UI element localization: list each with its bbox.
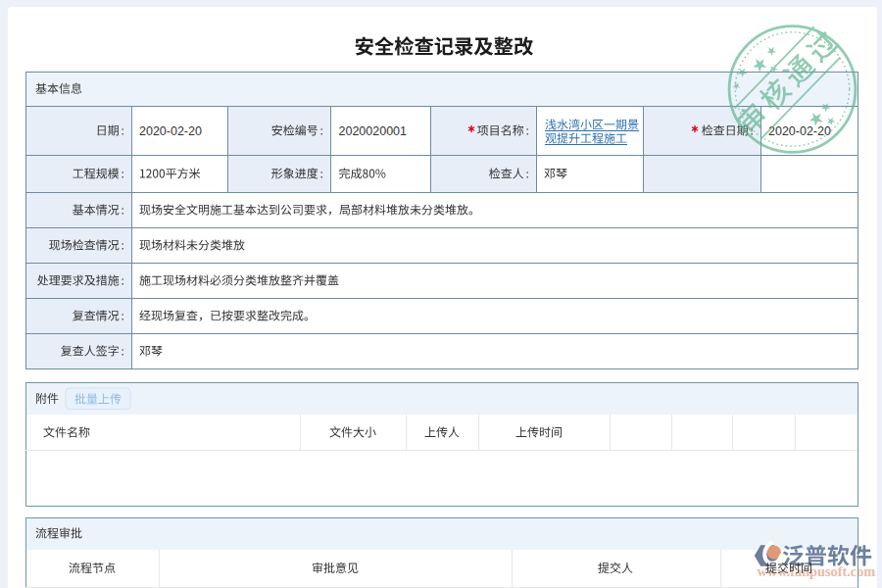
svg-text:2020-02-20: 2020-02-20 (139, 124, 202, 138)
svg-text:www.fanpusoft.com: www.fanpusoft.com (758, 564, 876, 579)
svg-text:2020-02-20: 2020-02-20 (768, 124, 831, 138)
svg-text:2020020001: 2020020001 (339, 124, 408, 138)
